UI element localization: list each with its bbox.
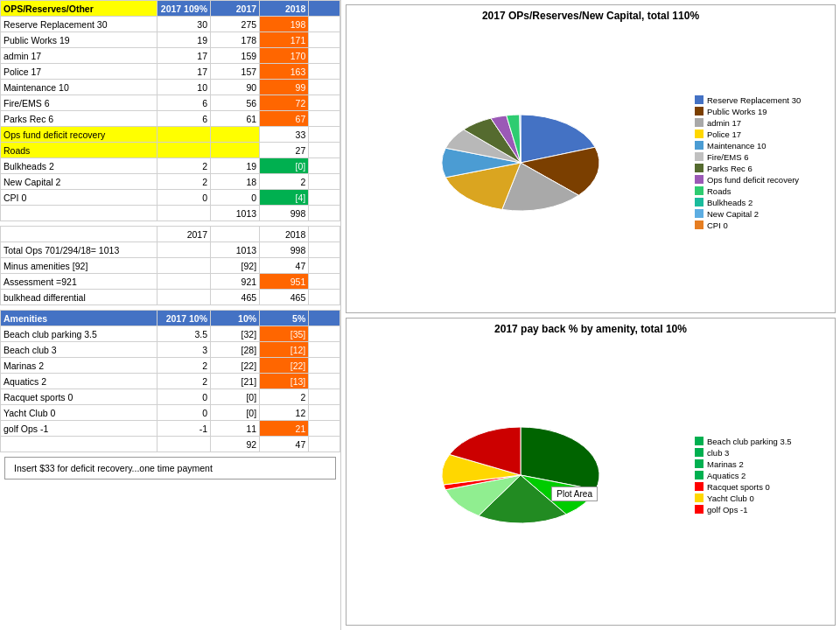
c-cell: 61 <box>210 111 259 127</box>
legend-color-box <box>695 448 704 457</box>
table-row: Beach club parking 3.5 3.5 [32] [35] <box>1 326 340 342</box>
col-a-header: OPS/Reserves/Other <box>1 1 158 17</box>
label-cell: Beach club parking 3.5 <box>1 326 158 342</box>
legend-item: Reserve Replacement 30 <box>695 95 826 105</box>
c-cell: 157 <box>210 64 259 80</box>
c-cell: 1013 <box>210 242 259 258</box>
d-cell: [12] <box>260 342 309 358</box>
table-row: Public Works 19 19 178 171 <box>1 32 340 48</box>
c-cell: 465 <box>210 290 259 305</box>
table-row: golf Ops -1 -1 11 21 <box>1 421 340 437</box>
b-cell: 17 <box>157 48 210 64</box>
c-cell: 921 <box>210 274 259 290</box>
legend-item: Maintenance 10 <box>695 141 826 150</box>
b-cell: 30 <box>157 17 210 32</box>
chart1-area <box>351 24 690 301</box>
c-cell: 19 <box>210 158 259 174</box>
label-cell: Aquatics 2 <box>1 374 158 389</box>
label-cell: Yacht Club 0 <box>1 405 158 421</box>
table-row: New Capital 2 2 18 2 <box>1 174 340 190</box>
section3-total-row: 92 47 <box>1 437 340 452</box>
c-cell: [0] <box>210 389 259 405</box>
chart2-legend: Beach club parking 3.5club 3Marinas 2Aqu… <box>690 338 830 614</box>
table-row: CPI 0 0 0 [4] <box>1 190 340 206</box>
d-cell: 72 <box>260 95 309 111</box>
section2-header: 2017 2018 <box>1 227 340 242</box>
col-e-header <box>309 1 340 17</box>
legend-label: Roads <box>707 186 731 196</box>
d-cell: 33 <box>260 127 309 143</box>
label-cell: Ops fund deficit recovery <box>1 127 158 143</box>
c-cell <box>210 127 259 143</box>
legend-item: New Capital 2 <box>695 209 826 219</box>
s3-d-header: 5% <box>260 311 309 326</box>
legend-color-box <box>695 175 704 184</box>
c-cell: 11 <box>210 421 259 437</box>
chart2-title: 2017 pay back % by amenity, total 10% <box>351 323 830 335</box>
b-cell: 0 <box>157 405 210 421</box>
chart1-container: 2017 OPs/Reserves/New Capital, total 110… <box>346 4 836 313</box>
label-cell: CPI 0 <box>1 190 158 206</box>
legend-item: Bulkheads 2 <box>695 198 826 207</box>
label-cell: Minus amenities [92] <box>1 258 158 274</box>
table-row: bulkhead differential 465 465 <box>1 290 340 305</box>
d-cell: 171 <box>260 32 309 48</box>
c-cell: 275 <box>210 17 259 32</box>
b-cell: 2 <box>157 158 210 174</box>
table-row: Marinas 2 2 [22] [22] <box>1 358 340 374</box>
table-row: Bulkheads 2 2 19 [0] <box>1 158 340 174</box>
legend-item: Racquet sports 0 <box>695 482 826 492</box>
col-b-header: 2017 109% <box>157 1 210 17</box>
table-row: admin 17 17 159 170 <box>1 48 340 64</box>
legend-label: Fire/EMS 6 <box>707 152 749 162</box>
legend-color-box <box>695 164 704 172</box>
legend-label: Yacht Club 0 <box>707 494 754 503</box>
legend-label: Marinas 2 <box>707 459 744 469</box>
c-cell: [21] <box>210 374 259 389</box>
c-cell: 18 <box>210 174 259 190</box>
legend-item: Ops fund deficit recovery <box>695 175 826 185</box>
d-cell: 99 <box>260 80 309 95</box>
label-cell: Police 17 <box>1 64 158 80</box>
legend-color-box <box>695 152 704 161</box>
table-row: Maintenance 10 10 90 99 <box>1 80 340 95</box>
legend-label: club 3 <box>707 448 729 458</box>
col-d-header: 2018 <box>260 1 309 17</box>
d-cell: [22] <box>260 358 309 374</box>
legend-label: Police 17 <box>707 130 741 139</box>
label-cell: Marinas 2 <box>1 358 158 374</box>
label-cell: Total Ops 701/294/18= 1013 <box>1 242 158 258</box>
d-cell: 198 <box>260 17 309 32</box>
d-cell: [13] <box>260 374 309 389</box>
legend-item: Fire/EMS 6 <box>695 152 826 162</box>
legend-label: Public Works 19 <box>707 107 766 116</box>
legend-color-box <box>695 118 704 127</box>
s2-d-header: 2018 <box>260 227 309 242</box>
d-cell: [4] <box>260 190 309 206</box>
legend-label: Ops fund deficit recovery <box>707 175 799 185</box>
legend-item: Public Works 19 <box>695 107 826 116</box>
legend-item: Roads <box>695 186 826 196</box>
legend-label: Beach club parking 3.5 <box>707 437 792 446</box>
b-cell <box>157 143 210 158</box>
legend-color-box <box>695 130 704 138</box>
label-cell: Assessment =921 <box>1 274 158 290</box>
total-c: 1013 <box>210 206 259 221</box>
table-row: Parks Rec 6 6 61 67 <box>1 111 340 127</box>
table-row: Total Ops 701/294/18= 1013 1013 998 <box>1 242 340 258</box>
legend-item: club 3 <box>695 448 826 458</box>
legend-label: Bulkheads 2 <box>707 198 752 207</box>
table-row: Racquet sports 0 0 [0] 2 <box>1 389 340 405</box>
legend-color-box <box>695 186 704 195</box>
b-cell <box>157 127 210 143</box>
col-c-header: 2017 <box>210 1 259 17</box>
b-cell: 10 <box>157 80 210 95</box>
table-row: Fire/EMS 6 6 56 72 <box>1 95 340 111</box>
legend-color-box <box>695 505 704 514</box>
b-cell: 0 <box>157 190 210 206</box>
legend-label: admin 17 <box>707 118 741 128</box>
label-cell: Reserve Replacement 30 <box>1 17 158 32</box>
s3-a-header: Amenities <box>1 311 158 326</box>
s3-b-header: 2017 10% <box>157 311 210 326</box>
s3-total-d: 47 <box>260 437 309 452</box>
